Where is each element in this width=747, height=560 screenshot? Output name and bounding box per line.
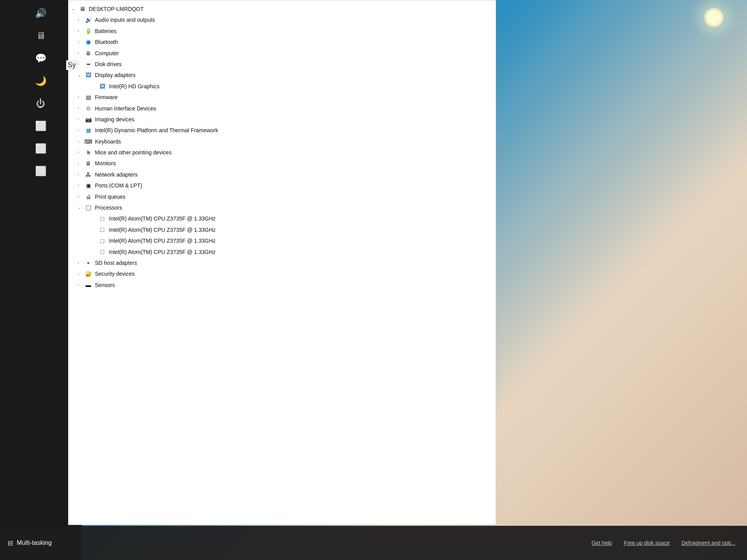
tree-item-ports[interactable]: ›▣Ports (COM & LPT) <box>68 180 496 191</box>
icon-security: 🔐 <box>84 270 93 278</box>
icon-intel-hd: 🖼 <box>98 82 107 91</box>
sidebar-icon-moon[interactable]: 🌙 <box>35 75 47 86</box>
tree-items-container: ›🔊Audio inputs and outputs›🔋Batteries›◉B… <box>68 14 496 290</box>
icon-sd: ▪ <box>84 259 93 267</box>
icon-print: 🖨 <box>84 192 93 201</box>
taskbar-right-items: Get help Free up disk space Defragment a… <box>591 540 735 546</box>
sidebar-icon-box2[interactable]: ⬜ <box>35 143 47 154</box>
light-reflection <box>704 8 724 27</box>
icon-sensors: ▬ <box>84 281 93 289</box>
tree-item-cpu2[interactable]: □Intel(R) Atom(TM) CPU Z3735F @ 1.33GHz <box>68 224 496 235</box>
icon-ports: ▣ <box>84 181 93 190</box>
label-network: Network adapters <box>95 170 138 179</box>
device-manager-window: ⌄ DESKTOP-LMRDQOT ›🔊Audio inputs and out… <box>68 0 496 525</box>
sidebar-icon-power[interactable]: ⏻ <box>36 98 46 109</box>
chevron-network: › <box>78 172 84 178</box>
icon-hid: ⚙ <box>84 104 93 113</box>
label-processors: Processors <box>95 203 122 212</box>
icon-imaging: 📷 <box>84 115 93 124</box>
taskbar-multitasking[interactable]: ⊟ Multi-tasking <box>8 539 52 547</box>
tree-item-monitors[interactable]: ›🖥Monitors <box>68 158 496 169</box>
tree-item-bluetooth[interactable]: ›◉Bluetooth <box>68 37 496 47</box>
icon-bluetooth: ◉ <box>84 38 93 46</box>
label-disk: Disk drives <box>95 60 121 68</box>
label-firmware: Firmware <box>95 93 117 102</box>
tree-item-intel-hd[interactable]: 🖼Intel(R) HD Graphics <box>68 81 496 92</box>
chevron-ports: › <box>78 182 84 189</box>
tree-item-network[interactable]: ›🖧Network adapters <box>68 169 496 180</box>
defrag-link[interactable]: Defragment and opti... <box>681 540 735 546</box>
tree-item-security[interactable]: ›🔐Security devices <box>68 268 496 279</box>
chevron-imaging: › <box>78 116 84 122</box>
tree-item-thermal[interactable]: ›▦Intel(R) Dynamic Platform and Thermal … <box>68 125 496 136</box>
icon-cpu1: □ <box>98 215 107 223</box>
tree-item-processors[interactable]: ⌄▢Processors <box>68 202 496 213</box>
icon-display: 🖼 <box>84 71 93 80</box>
chevron-security: › <box>78 271 84 277</box>
icon-audio: 🔊 <box>84 16 93 24</box>
tree-item-cpu1[interactable]: □Intel(R) Atom(TM) CPU Z3735F @ 1.33GHz <box>68 213 496 224</box>
chevron-print: › <box>78 194 84 200</box>
free-disk-link[interactable]: Free up disk space <box>624 540 670 546</box>
root-item[interactable]: ⌄ DESKTOP-LMRDQOT <box>68 4 496 14</box>
tree-item-sd[interactable]: ›▪SD host adapters <box>68 257 496 268</box>
label-cpu4: Intel(R) Atom(TM) CPU Z3735F @ 1.33GHz <box>109 248 216 256</box>
icon-processors: ▢ <box>84 203 93 212</box>
label-computer: Computer <box>95 49 119 58</box>
tree-item-disk[interactable]: ›━Disk drives <box>68 59 496 70</box>
multitasking-label: Multi-tasking <box>17 539 52 546</box>
label-bluetooth: Bluetooth <box>95 38 118 46</box>
sidebar-icon-chat[interactable]: 💬 <box>35 53 47 64</box>
icon-computer: 🖥 <box>84 49 93 58</box>
chevron-batteries: › <box>78 28 84 34</box>
tree-item-print[interactable]: ›🖨Print queues <box>68 191 496 202</box>
label-cpu1: Intel(R) Atom(TM) CPU Z3735F @ 1.33GHz <box>109 214 216 223</box>
taskbar: ⊟ Multi-tasking Get help Free up disk sp… <box>0 526 747 560</box>
label-mice: Mice and other pointing devices <box>95 148 172 157</box>
root-chevron: ⌄ <box>72 6 78 12</box>
tree-item-cpu4[interactable]: □Intel(R) Atom(TM) CPU Z3735F @ 1.33GHz <box>68 247 496 257</box>
label-audio: Audio inputs and outputs <box>95 16 155 24</box>
chevron-display: ⌄ <box>78 72 84 79</box>
chevron-sensors: › <box>78 282 84 288</box>
device-tree[interactable]: ⌄ DESKTOP-LMRDQOT ›🔊Audio inputs and out… <box>68 0 496 525</box>
icon-cpu3: □ <box>98 236 107 245</box>
label-thermal: Intel(R) Dynamic Platform and Thermal Fr… <box>95 126 218 135</box>
chevron-thermal: › <box>78 127 84 133</box>
chevron-sd: › <box>78 260 84 266</box>
icon-monitors: 🖥 <box>84 159 93 168</box>
chevron-processors: ⌄ <box>78 205 84 211</box>
tree-item-cpu3[interactable]: □Intel(R) Atom(TM) CPU Z3735F @ 1.33GHz <box>68 235 496 246</box>
icon-cpu2: □ <box>98 226 107 234</box>
sidebar-icon-monitor[interactable]: 🖥 <box>36 30 46 41</box>
label-security: Security devices <box>95 270 135 278</box>
tree-item-imaging[interactable]: ›📷Imaging devices <box>68 114 496 125</box>
chevron-hid: › <box>78 105 84 112</box>
label-sensors: Sensors <box>95 281 115 289</box>
sidebar-icon-volume[interactable]: 🔊 <box>35 8 47 19</box>
tree-item-computer[interactable]: ›🖥Computer <box>68 48 496 59</box>
tree-item-mice[interactable]: ›🖱Mice and other pointing devices <box>68 147 496 158</box>
chevron-keyboards: › <box>78 138 84 145</box>
tree-item-sensors[interactable]: ›▬Sensors <box>68 280 496 290</box>
tree-item-firmware[interactable]: ›▤Firmware <box>68 92 496 103</box>
chevron-bluetooth: › <box>78 39 84 45</box>
label-sd: SD host adapters <box>95 259 137 267</box>
chevron-disk: › <box>78 61 84 67</box>
tree-item-batteries[interactable]: ›🔋Batteries <box>68 26 496 37</box>
sy-label: Sy <box>66 60 77 70</box>
tree-item-audio[interactable]: ›🔊Audio inputs and outputs <box>68 14 496 25</box>
sidebar-icon-box3[interactable]: ⬜ <box>35 166 47 177</box>
icon-mice: 🖱 <box>84 148 93 157</box>
get-help-link[interactable]: Get help <box>591 540 612 546</box>
chevron-audio: › <box>78 17 84 23</box>
icon-firmware: ▤ <box>84 93 93 102</box>
sidebar-icon-box1[interactable]: ⬜ <box>35 121 47 131</box>
chevron-firmware: › <box>78 94 84 100</box>
label-ports: Ports (COM & LPT) <box>95 181 142 190</box>
tree-item-hid[interactable]: ›⚙Human Interface Devices <box>68 103 496 114</box>
chevron-mice: › <box>78 149 84 156</box>
tree-item-keyboards[interactable]: ›⌨Keyboards <box>68 136 496 147</box>
label-display: Display adaptors <box>95 71 135 79</box>
tree-item-display[interactable]: ⌄🖼Display adaptors <box>68 70 496 80</box>
